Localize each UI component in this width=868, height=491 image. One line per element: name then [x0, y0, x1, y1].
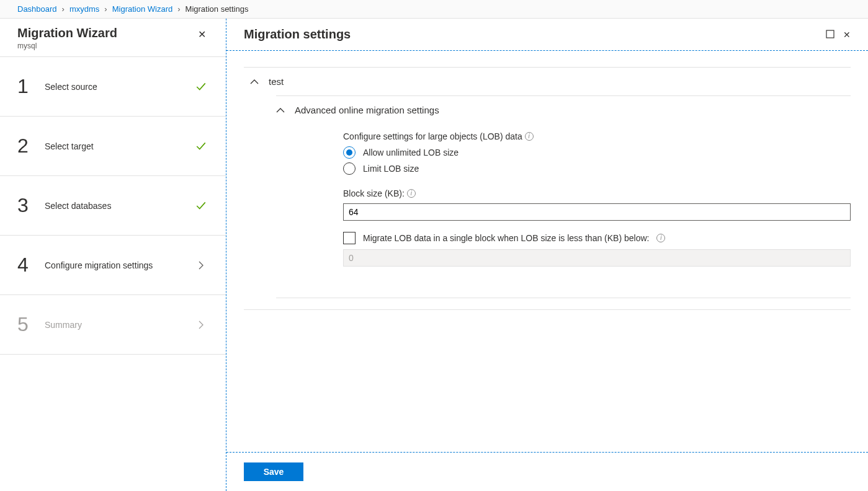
step-number: 1 — [17, 75, 32, 98]
sidebar-subtitle: mysql — [17, 42, 117, 50]
wizard-sidebar: Migration Wizard mysql ✕ 1 Select source… — [0, 19, 226, 491]
step-number: 5 — [17, 313, 32, 336]
advanced-settings-expander[interactable]: Advanced online migration settings — [276, 96, 851, 124]
database-expander[interactable]: test — [244, 68, 851, 95]
advanced-settings-title: Advanced online migration settings — [295, 105, 439, 115]
wizard-step-summary[interactable]: 5 Summary — [0, 295, 226, 355]
radio-unlimited-lob[interactable]: Allow unlimited LOB size — [343, 146, 851, 159]
close-icon[interactable]: ✕ — [843, 30, 851, 40]
page-title: Migration settings — [244, 27, 351, 42]
step-number: 2 — [17, 135, 32, 157]
chevron-right-icon — [194, 261, 208, 270]
close-icon[interactable]: ✕ — [195, 26, 208, 43]
save-button[interactable]: Save — [244, 462, 303, 481]
migrate-single-block-checkbox[interactable] — [343, 232, 356, 244]
block-size-input[interactable] — [343, 203, 851, 221]
info-icon[interactable]: i — [656, 234, 665, 242]
step-number: 4 — [17, 254, 32, 276]
breadcrumb-link[interactable]: mxydms — [69, 4, 99, 14]
step-label: Select target — [45, 141, 181, 151]
check-icon — [194, 81, 208, 92]
wizard-step-select-target[interactable]: 2 Select target — [0, 117, 226, 176]
breadcrumb-current: Migration settings — [186, 4, 249, 14]
radio-label: Allow unlimited LOB size — [363, 148, 459, 157]
step-number: 3 — [17, 194, 32, 217]
step-label: Select source — [45, 82, 181, 92]
step-label: Summary — [45, 320, 181, 330]
chevron-up-icon — [250, 79, 259, 85]
migrate-single-block-label: Migrate LOB data in a single block when … — [363, 233, 649, 243]
chevron-up-icon — [276, 107, 285, 113]
radio-label: Limit LOB size — [363, 164, 419, 174]
breadcrumb-link[interactable]: Dashboard — [17, 4, 57, 14]
check-icon — [194, 200, 208, 211]
sidebar-title: Migration Wizard — [17, 26, 117, 40]
breadcrumb: Dashboard › mxydms › Migration Wizard › … — [0, 0, 868, 19]
breadcrumb-link[interactable]: Migration Wizard — [112, 4, 173, 14]
info-icon[interactable]: i — [407, 189, 416, 198]
wizard-step-configure-settings[interactable]: 4 Configure migration settings — [0, 236, 226, 295]
lob-heading: Configure settings for large objects (LO… — [343, 131, 851, 141]
chevron-right-icon — [194, 321, 208, 329]
database-name: test — [269, 76, 284, 87]
radio-limit-lob[interactable]: Limit LOB size — [343, 162, 851, 175]
step-label: Select databases — [45, 201, 181, 211]
radio-icon — [343, 162, 356, 175]
block-size-label: Block size (KB): i — [343, 188, 851, 198]
step-label: Configure migration settings — [45, 260, 181, 270]
wizard-step-select-databases[interactable]: 3 Select databases — [0, 176, 226, 236]
check-icon — [194, 141, 208, 152]
radio-icon — [343, 146, 356, 159]
wizard-step-select-source[interactable]: 1 Select source — [0, 57, 226, 117]
lob-threshold-input — [343, 249, 851, 267]
svg-rect-0 — [826, 30, 834, 38]
chevron-right-icon: › — [177, 4, 180, 14]
restore-icon[interactable] — [826, 30, 834, 40]
chevron-right-icon: › — [62, 4, 65, 14]
main-panel: Migration settings ✕ test — [226, 19, 868, 491]
info-icon[interactable]: i — [525, 132, 534, 141]
chevron-right-icon: › — [104, 4, 107, 14]
